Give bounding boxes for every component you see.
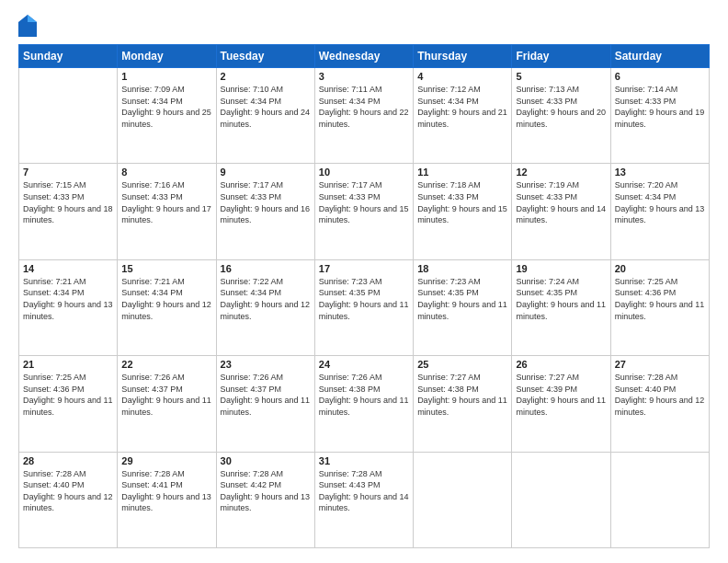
calendar-cell: 3Sunrise: 7:11 AMSunset: 4:34 PMDaylight…: [314, 68, 413, 164]
calendar-weekday-header: Friday: [512, 45, 610, 68]
calendar-cell: [512, 452, 610, 547]
calendar-cell: 31Sunrise: 7:28 AMSunset: 4:43 PMDayligh…: [314, 452, 413, 547]
calendar-weekday-header: Monday: [118, 45, 216, 68]
logo-icon: [18, 15, 37, 37]
page: SundayMondayTuesdayWednesdayThursdayFrid…: [0, 0, 728, 563]
day-number: 17: [319, 263, 409, 274]
day-number: 11: [417, 167, 507, 178]
calendar-cell: 17Sunrise: 7:23 AMSunset: 4:35 PMDayligh…: [314, 259, 413, 355]
calendar-cell: [610, 452, 709, 547]
day-info: Sunrise: 7:23 AMSunset: 4:35 PMDaylight:…: [417, 276, 507, 322]
day-number: 24: [319, 359, 409, 370]
day-number: 1: [121, 71, 211, 82]
calendar-cell: 19Sunrise: 7:24 AMSunset: 4:35 PMDayligh…: [512, 259, 610, 355]
day-number: 25: [417, 359, 507, 370]
calendar-cell: 25Sunrise: 7:27 AMSunset: 4:38 PMDayligh…: [414, 356, 512, 452]
calendar-cell: 22Sunrise: 7:26 AMSunset: 4:37 PMDayligh…: [118, 356, 216, 452]
day-number: 18: [417, 263, 507, 274]
calendar-cell: 6Sunrise: 7:14 AMSunset: 4:33 PMDaylight…: [610, 68, 709, 164]
day-number: 3: [319, 71, 409, 82]
calendar-header-row: SundayMondayTuesdayWednesdayThursdayFrid…: [19, 45, 710, 68]
day-info: Sunrise: 7:09 AMSunset: 4:34 PMDaylight:…: [121, 84, 211, 130]
day-info: Sunrise: 7:25 AMSunset: 4:36 PMDaylight:…: [23, 372, 113, 418]
day-info: Sunrise: 7:25 AMSunset: 4:36 PMDaylight:…: [615, 276, 705, 322]
day-info: Sunrise: 7:27 AMSunset: 4:39 PMDaylight:…: [516, 372, 606, 418]
day-info: Sunrise: 7:26 AMSunset: 4:37 PMDaylight:…: [121, 372, 211, 418]
day-info: Sunrise: 7:17 AMSunset: 4:33 PMDaylight:…: [319, 179, 409, 225]
day-number: 8: [121, 167, 211, 178]
calendar-weekday-header: Wednesday: [314, 45, 413, 68]
day-info: Sunrise: 7:21 AMSunset: 4:34 PMDaylight:…: [121, 276, 211, 322]
calendar-cell: 4Sunrise: 7:12 AMSunset: 4:34 PMDaylight…: [414, 68, 512, 164]
day-number: 9: [221, 167, 311, 178]
day-info: Sunrise: 7:24 AMSunset: 4:35 PMDaylight:…: [516, 276, 606, 322]
day-number: 22: [121, 359, 211, 370]
calendar-weekday-header: Sunday: [19, 45, 118, 68]
day-number: 23: [221, 359, 311, 370]
day-info: Sunrise: 7:28 AMSunset: 4:42 PMDaylight:…: [221, 468, 311, 514]
day-info: Sunrise: 7:19 AMSunset: 4:33 PMDaylight:…: [516, 179, 606, 225]
day-info: Sunrise: 7:13 AMSunset: 4:33 PMDaylight:…: [516, 84, 606, 130]
day-number: 26: [516, 359, 606, 370]
calendar-cell: 24Sunrise: 7:26 AMSunset: 4:38 PMDayligh…: [314, 356, 413, 452]
day-info: Sunrise: 7:28 AMSunset: 4:40 PMDaylight:…: [23, 468, 113, 514]
calendar-table: SundayMondayTuesdayWednesdayThursdayFrid…: [18, 44, 710, 548]
calendar-cell: 8Sunrise: 7:16 AMSunset: 4:33 PMDaylight…: [118, 164, 216, 259]
day-info: Sunrise: 7:20 AMSunset: 4:34 PMDaylight:…: [615, 179, 705, 225]
calendar-cell: 2Sunrise: 7:10 AMSunset: 4:34 PMDaylight…: [216, 68, 314, 164]
day-number: 14: [23, 263, 113, 274]
calendar-week-row: 21Sunrise: 7:25 AMSunset: 4:36 PMDayligh…: [19, 356, 710, 452]
day-number: 28: [23, 455, 113, 466]
calendar-week-row: 14Sunrise: 7:21 AMSunset: 4:34 PMDayligh…: [19, 259, 710, 355]
calendar-cell: 13Sunrise: 7:20 AMSunset: 4:34 PMDayligh…: [610, 164, 709, 259]
calendar-cell: 11Sunrise: 7:18 AMSunset: 4:33 PMDayligh…: [414, 164, 512, 259]
day-info: Sunrise: 7:16 AMSunset: 4:33 PMDaylight:…: [121, 179, 211, 225]
day-number: 20: [615, 263, 705, 274]
svg-marker-1: [28, 15, 37, 22]
day-number: 16: [221, 263, 311, 274]
calendar-cell: 21Sunrise: 7:25 AMSunset: 4:36 PMDayligh…: [19, 356, 118, 452]
day-number: 31: [319, 455, 409, 466]
day-number: 7: [23, 167, 113, 178]
calendar-cell: 15Sunrise: 7:21 AMSunset: 4:34 PMDayligh…: [118, 259, 216, 355]
day-info: Sunrise: 7:10 AMSunset: 4:34 PMDaylight:…: [221, 84, 311, 130]
day-info: Sunrise: 7:11 AMSunset: 4:34 PMDaylight:…: [319, 84, 409, 130]
calendar-cell: 16Sunrise: 7:22 AMSunset: 4:34 PMDayligh…: [216, 259, 314, 355]
day-number: 19: [516, 263, 606, 274]
day-info: Sunrise: 7:28 AMSunset: 4:43 PMDaylight:…: [319, 468, 409, 514]
calendar-cell: [414, 452, 512, 547]
day-number: 13: [615, 167, 705, 178]
day-number: 15: [121, 263, 211, 274]
calendar-cell: 18Sunrise: 7:23 AMSunset: 4:35 PMDayligh…: [414, 259, 512, 355]
day-number: 5: [516, 71, 606, 82]
day-info: Sunrise: 7:28 AMSunset: 4:41 PMDaylight:…: [121, 468, 211, 514]
calendar-cell: [19, 68, 118, 164]
day-info: Sunrise: 7:21 AMSunset: 4:34 PMDaylight:…: [23, 276, 113, 322]
day-info: Sunrise: 7:22 AMSunset: 4:34 PMDaylight:…: [221, 276, 311, 322]
calendar-week-row: 1Sunrise: 7:09 AMSunset: 4:34 PMDaylight…: [19, 68, 710, 164]
calendar-cell: 10Sunrise: 7:17 AMSunset: 4:33 PMDayligh…: [314, 164, 413, 259]
calendar-week-row: 7Sunrise: 7:15 AMSunset: 4:33 PMDaylight…: [19, 164, 710, 259]
day-info: Sunrise: 7:15 AMSunset: 4:33 PMDaylight:…: [23, 179, 113, 225]
day-info: Sunrise: 7:26 AMSunset: 4:38 PMDaylight:…: [319, 372, 409, 418]
calendar-cell: 9Sunrise: 7:17 AMSunset: 4:33 PMDaylight…: [216, 164, 314, 259]
day-number: 30: [221, 455, 311, 466]
day-number: 4: [417, 71, 507, 82]
day-number: 21: [23, 359, 113, 370]
calendar-cell: 28Sunrise: 7:28 AMSunset: 4:40 PMDayligh…: [19, 452, 118, 547]
logo: [18, 15, 40, 37]
day-number: 12: [516, 167, 606, 178]
day-info: Sunrise: 7:23 AMSunset: 4:35 PMDaylight:…: [319, 276, 409, 322]
calendar-cell: 1Sunrise: 7:09 AMSunset: 4:34 PMDaylight…: [118, 68, 216, 164]
day-number: 6: [615, 71, 705, 82]
calendar-cell: 30Sunrise: 7:28 AMSunset: 4:42 PMDayligh…: [216, 452, 314, 547]
calendar-cell: 5Sunrise: 7:13 AMSunset: 4:33 PMDaylight…: [512, 68, 610, 164]
calendar-cell: 12Sunrise: 7:19 AMSunset: 4:33 PMDayligh…: [512, 164, 610, 259]
day-number: 2: [221, 71, 311, 82]
day-info: Sunrise: 7:17 AMSunset: 4:33 PMDaylight:…: [221, 179, 311, 225]
day-number: 10: [319, 167, 409, 178]
day-number: 29: [121, 455, 211, 466]
calendar-cell: 7Sunrise: 7:15 AMSunset: 4:33 PMDaylight…: [19, 164, 118, 259]
day-info: Sunrise: 7:18 AMSunset: 4:33 PMDaylight:…: [417, 179, 507, 225]
day-number: 27: [615, 359, 705, 370]
